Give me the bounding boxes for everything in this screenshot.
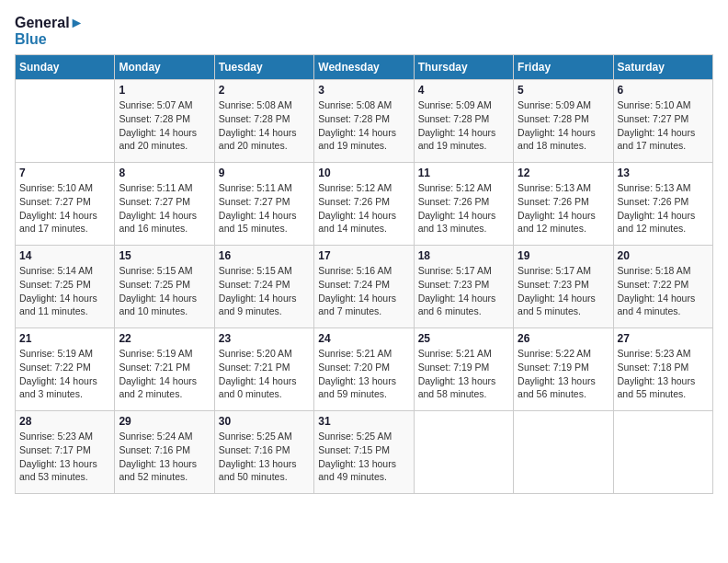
- day-number: 26: [518, 332, 609, 345]
- calendar-cell: 15Sunrise: 5:15 AMSunset: 7:25 PMDayligh…: [115, 246, 214, 328]
- day-number: 6: [618, 84, 709, 97]
- header-saturday: Saturday: [613, 55, 712, 80]
- calendar-cell: [414, 411, 513, 494]
- day-info: Sunrise: 5:22 AMSunset: 7:19 PMDaylight:…: [518, 347, 609, 401]
- day-info: Sunrise: 5:23 AMSunset: 7:18 PMDaylight:…: [618, 347, 709, 401]
- calendar-cell: 22Sunrise: 5:19 AMSunset: 7:21 PMDayligh…: [115, 328, 214, 411]
- header-tuesday: Tuesday: [214, 55, 313, 80]
- day-info: Sunrise: 5:14 AMSunset: 7:25 PMDaylight:…: [19, 264, 110, 318]
- day-info: Sunrise: 5:12 AMSunset: 7:26 PMDaylight:…: [318, 181, 409, 236]
- day-info: Sunrise: 5:15 AMSunset: 7:25 PMDaylight:…: [119, 264, 210, 318]
- day-info: Sunrise: 5:09 AMSunset: 7:28 PMDaylight:…: [518, 98, 609, 153]
- calendar-cell: 28Sunrise: 5:23 AMSunset: 7:17 PMDayligh…: [16, 411, 115, 494]
- day-number: 7: [19, 167, 110, 179]
- day-number: 27: [618, 332, 709, 345]
- day-number: 23: [219, 332, 310, 345]
- calendar-cell: 10Sunrise: 5:12 AMSunset: 7:26 PMDayligh…: [314, 163, 414, 246]
- logo-blue: Blue: [15, 31, 84, 48]
- header-wednesday: Wednesday: [314, 55, 414, 80]
- day-number: 3: [318, 84, 409, 97]
- calendar-cell: 6Sunrise: 5:10 AMSunset: 7:27 PMDaylight…: [613, 80, 712, 163]
- day-number: 14: [19, 249, 110, 262]
- calendar-cell: 23Sunrise: 5:20 AMSunset: 7:21 PMDayligh…: [214, 328, 313, 411]
- day-info: Sunrise: 5:19 AMSunset: 7:22 PMDaylight:…: [19, 347, 110, 401]
- logo-general: General►: [15, 15, 84, 31]
- day-number: 21: [19, 332, 110, 345]
- day-info: Sunrise: 5:19 AMSunset: 7:21 PMDaylight:…: [119, 347, 210, 401]
- day-number: 10: [318, 167, 409, 179]
- header-thursday: Thursday: [414, 55, 513, 80]
- day-info: Sunrise: 5:10 AMSunset: 7:27 PMDaylight:…: [618, 98, 709, 153]
- calendar-cell: 21Sunrise: 5:19 AMSunset: 7:22 PMDayligh…: [16, 328, 115, 411]
- calendar-cell: 9Sunrise: 5:11 AMSunset: 7:27 PMDaylight…: [214, 163, 313, 246]
- day-info: Sunrise: 5:15 AMSunset: 7:24 PMDaylight:…: [219, 264, 310, 318]
- calendar-cell: 5Sunrise: 5:09 AMSunset: 7:28 PMDaylight…: [514, 80, 613, 163]
- calendar-cell: 8Sunrise: 5:11 AMSunset: 7:27 PMDaylight…: [115, 163, 214, 246]
- calendar-cell: [514, 411, 613, 494]
- day-number: 16: [219, 249, 310, 262]
- day-info: Sunrise: 5:25 AMSunset: 7:16 PMDaylight:…: [219, 430, 310, 484]
- day-info: Sunrise: 5:07 AMSunset: 7:28 PMDaylight:…: [119, 98, 210, 153]
- calendar-cell: 1Sunrise: 5:07 AMSunset: 7:28 PMDaylight…: [115, 80, 214, 163]
- logo: General► Blue: [15, 15, 84, 47]
- calendar-cell: 20Sunrise: 5:18 AMSunset: 7:22 PMDayligh…: [613, 246, 712, 328]
- day-info: Sunrise: 5:13 AMSunset: 7:26 PMDaylight:…: [618, 181, 709, 236]
- day-number: 13: [618, 167, 709, 179]
- logo-container: General► Blue: [15, 15, 84, 47]
- day-number: 9: [219, 167, 310, 179]
- calendar-cell: [613, 411, 712, 494]
- calendar-cell: 11Sunrise: 5:12 AMSunset: 7:26 PMDayligh…: [414, 163, 513, 246]
- day-info: Sunrise: 5:16 AMSunset: 7:24 PMDaylight:…: [318, 264, 409, 318]
- day-info: Sunrise: 5:24 AMSunset: 7:16 PMDaylight:…: [119, 430, 210, 484]
- header-monday: Monday: [115, 55, 214, 80]
- calendar-cell: 26Sunrise: 5:22 AMSunset: 7:19 PMDayligh…: [514, 328, 613, 411]
- day-number: 2: [219, 84, 310, 97]
- day-info: Sunrise: 5:11 AMSunset: 7:27 PMDaylight:…: [119, 181, 210, 236]
- header-sunday: Sunday: [16, 55, 115, 80]
- day-number: 25: [418, 332, 509, 345]
- day-info: Sunrise: 5:21 AMSunset: 7:19 PMDaylight:…: [418, 347, 509, 401]
- day-number: 11: [418, 167, 509, 179]
- day-number: 30: [219, 415, 310, 428]
- calendar-cell: 30Sunrise: 5:25 AMSunset: 7:16 PMDayligh…: [214, 411, 313, 494]
- calendar-cell: 27Sunrise: 5:23 AMSunset: 7:18 PMDayligh…: [613, 328, 712, 411]
- page-header: General► Blue: [15, 15, 713, 47]
- day-number: 28: [19, 415, 110, 428]
- day-info: Sunrise: 5:08 AMSunset: 7:28 PMDaylight:…: [219, 98, 310, 153]
- calendar-cell: 24Sunrise: 5:21 AMSunset: 7:20 PMDayligh…: [314, 328, 414, 411]
- calendar-cell: 19Sunrise: 5:17 AMSunset: 7:23 PMDayligh…: [514, 246, 613, 328]
- calendar-cell: 2Sunrise: 5:08 AMSunset: 7:28 PMDaylight…: [214, 80, 313, 163]
- day-number: 4: [418, 84, 509, 97]
- day-info: Sunrise: 5:21 AMSunset: 7:20 PMDaylight:…: [318, 347, 409, 401]
- day-info: Sunrise: 5:13 AMSunset: 7:26 PMDaylight:…: [518, 181, 609, 236]
- calendar-cell: 3Sunrise: 5:08 AMSunset: 7:28 PMDaylight…: [314, 80, 414, 163]
- calendar-cell: [16, 80, 115, 163]
- header-friday: Friday: [514, 55, 613, 80]
- day-info: Sunrise: 5:23 AMSunset: 7:17 PMDaylight:…: [19, 430, 110, 484]
- day-number: 1: [119, 84, 210, 97]
- calendar-cell: 25Sunrise: 5:21 AMSunset: 7:19 PMDayligh…: [414, 328, 513, 411]
- calendar-cell: 16Sunrise: 5:15 AMSunset: 7:24 PMDayligh…: [214, 246, 313, 328]
- calendar-cell: 12Sunrise: 5:13 AMSunset: 7:26 PMDayligh…: [514, 163, 613, 246]
- day-info: Sunrise: 5:18 AMSunset: 7:22 PMDaylight:…: [618, 264, 709, 318]
- day-number: 15: [119, 249, 210, 262]
- day-info: Sunrise: 5:17 AMSunset: 7:23 PMDaylight:…: [518, 264, 609, 318]
- day-info: Sunrise: 5:17 AMSunset: 7:23 PMDaylight:…: [418, 264, 509, 318]
- day-number: 29: [119, 415, 210, 428]
- day-number: 22: [119, 332, 210, 345]
- day-number: 19: [518, 249, 609, 262]
- day-number: 12: [518, 167, 609, 179]
- calendar-table: SundayMondayTuesdayWednesdayThursdayFrid…: [15, 54, 713, 494]
- day-info: Sunrise: 5:09 AMSunset: 7:28 PMDaylight:…: [418, 98, 509, 153]
- day-info: Sunrise: 5:10 AMSunset: 7:27 PMDaylight:…: [19, 181, 110, 236]
- day-number: 17: [318, 249, 409, 262]
- day-number: 31: [318, 415, 409, 428]
- day-info: Sunrise: 5:11 AMSunset: 7:27 PMDaylight:…: [219, 181, 310, 236]
- day-number: 8: [119, 167, 210, 179]
- day-number: 20: [618, 249, 709, 262]
- day-number: 24: [318, 332, 409, 345]
- day-number: 5: [518, 84, 609, 97]
- day-number: 18: [418, 249, 509, 262]
- calendar-cell: 13Sunrise: 5:13 AMSunset: 7:26 PMDayligh…: [613, 163, 712, 246]
- calendar-cell: 17Sunrise: 5:16 AMSunset: 7:24 PMDayligh…: [314, 246, 414, 328]
